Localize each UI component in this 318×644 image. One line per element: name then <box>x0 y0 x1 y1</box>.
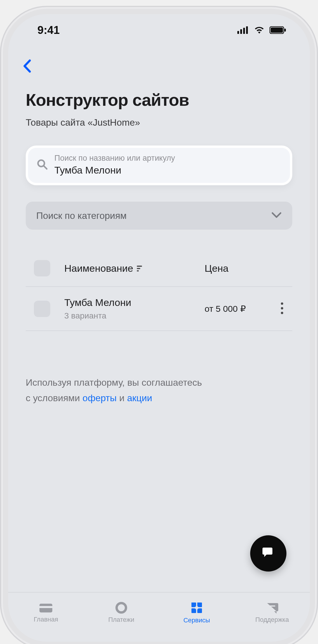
tab-home[interactable]: Главная <box>8 593 84 633</box>
column-price-label: Цена <box>205 263 229 274</box>
tab-label: Сервисы <box>183 617 210 624</box>
legal-link-promo[interactable]: акции <box>127 393 152 403</box>
status-time: 9:41 <box>37 24 60 37</box>
more-icon <box>281 302 284 316</box>
device-frame: 9:41 <box>0 6 318 644</box>
svg-point-12 <box>281 302 283 305</box>
status-icons <box>237 26 286 34</box>
chevron-down-icon <box>271 212 282 219</box>
grid-icon <box>190 601 203 614</box>
row-checkbox[interactable] <box>34 301 50 317</box>
svg-rect-11 <box>137 270 139 271</box>
page-subtitle: Товары сайта «JustHome» <box>26 117 292 128</box>
tab-payments[interactable]: Платежи <box>84 593 159 633</box>
column-name-label: Наименование <box>64 263 133 274</box>
svg-line-8 <box>44 166 47 169</box>
search-value: Тумба Мелони <box>54 165 282 176</box>
legal-line2-pre: с условиями <box>26 393 82 403</box>
back-button[interactable] <box>23 59 31 74</box>
item-price: от 5 000 ₽ <box>205 304 246 314</box>
legal-line1: Используя платформу, вы соглашаетесь <box>26 377 202 388</box>
svg-rect-19 <box>269 608 273 609</box>
signal-icon <box>237 26 249 34</box>
item-variants: 3 варианта <box>64 311 205 321</box>
svg-rect-10 <box>137 268 140 269</box>
svg-rect-6 <box>284 29 286 32</box>
card-icon <box>39 602 53 613</box>
row-name-cell[interactable]: Тумба Мелони 3 варианта <box>64 297 205 321</box>
svg-rect-9 <box>137 266 142 267</box>
column-price-header[interactable]: Цена <box>205 263 272 274</box>
table-header-row: Наименование Цена <box>26 250 292 287</box>
battery-icon <box>269 26 286 34</box>
tab-support[interactable]: Поддержка <box>234 593 310 633</box>
chat-fab[interactable] <box>250 535 286 572</box>
device-side-button <box>0 228 1 272</box>
item-name: Тумба Мелони <box>64 297 205 308</box>
tab-label: Платежи <box>108 616 134 624</box>
tab-label: Поддержка <box>255 616 289 624</box>
svg-rect-16 <box>39 606 52 608</box>
tab-bar: Главная Платежи <box>8 592 310 642</box>
support-icon <box>265 602 279 614</box>
search-icon <box>36 158 48 171</box>
legal-mid: и <box>117 393 127 403</box>
svg-rect-1 <box>240 29 242 34</box>
column-name-header[interactable]: Наименование <box>64 263 205 274</box>
svg-rect-18 <box>269 605 275 607</box>
content: Конструктор сайтов Товары сайта «JustHom… <box>8 78 310 592</box>
search-placeholder: Поиск по названию или артикулу <box>54 154 282 163</box>
screen: 9:41 <box>8 14 310 642</box>
tab-label: Главная <box>34 616 58 623</box>
device-side-button <box>0 131 1 155</box>
circle-icon <box>115 602 127 614</box>
legal-link-offer[interactable]: оферты <box>82 393 117 403</box>
svg-point-14 <box>281 312 283 314</box>
status-bar: 9:41 <box>8 14 310 46</box>
chat-icon <box>260 545 276 562</box>
svg-rect-3 <box>246 26 248 34</box>
products-table: Наименование Цена <box>26 250 292 331</box>
svg-rect-2 <box>243 28 245 34</box>
svg-rect-0 <box>237 31 239 34</box>
row-actions[interactable] <box>272 302 292 316</box>
svg-point-13 <box>281 307 283 309</box>
row-price-cell: от 5 000 ₽ <box>205 304 272 314</box>
svg-point-17 <box>117 603 126 612</box>
search-text: Поиск по названию или артикулу Тумба Мел… <box>54 154 282 176</box>
nav-back <box>8 55 310 78</box>
select-all-checkbox[interactable] <box>34 260 50 276</box>
category-label: Поиск по категориям <box>36 210 127 221</box>
wifi-icon <box>254 26 265 34</box>
device-side-button <box>0 172 1 216</box>
table-row: Тумба Мелони 3 варианта от 5 000 ₽ <box>26 287 292 331</box>
category-dropdown[interactable]: Поиск по категориям <box>26 202 292 230</box>
page-title: Конструктор сайтов <box>26 90 292 110</box>
search-input[interactable]: Поиск по названию или артикулу Тумба Мел… <box>26 146 292 185</box>
sort-icon <box>136 265 143 272</box>
tab-services[interactable]: Сервисы <box>159 593 234 633</box>
svg-rect-5 <box>271 27 283 33</box>
legal-text: Используя платформу, вы соглашаетесь с у… <box>26 375 292 406</box>
